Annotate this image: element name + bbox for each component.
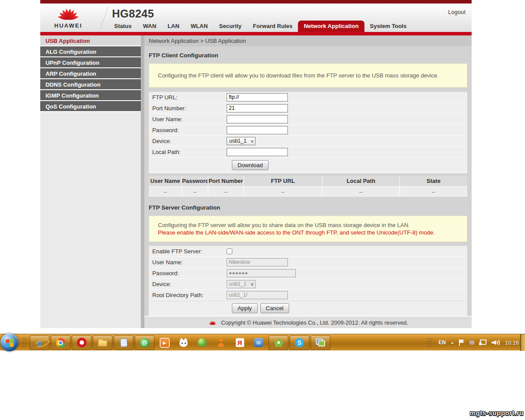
tab-lan[interactable]: LAN — [162, 21, 185, 32]
tray-grip[interactable] — [427, 337, 432, 348]
logout-link[interactable]: Logout — [448, 9, 466, 15]
sphere-icon — [198, 338, 206, 347]
skype-button[interactable]: S — [290, 336, 309, 350]
tab-forward-rules[interactable]: Forward Rules — [247, 21, 298, 32]
user-name-input[interactable] — [227, 115, 288, 123]
header-divider-line — [100, 6, 108, 29]
password-label: Password: — [149, 127, 227, 133]
cell-user-name: -- — [149, 186, 182, 197]
breadcrumb: Network Application > USB Application — [144, 35, 472, 46]
notepad-button[interactable] — [114, 336, 133, 350]
sphere-app-button[interactable] — [193, 336, 211, 350]
ftp-server-note: Configuring the FTP server will allow yo… — [149, 216, 467, 242]
network-status-icon[interactable] — [479, 340, 486, 346]
icq-button[interactable] — [269, 336, 288, 350]
red-accent-bar — [40, 32, 472, 35]
chevron-down-icon: ∨ — [249, 139, 255, 144]
play-icon: ▶ — [161, 339, 169, 347]
show-desktop-button[interactable] — [520, 334, 525, 351]
form-row-server-password: Password: — [149, 268, 467, 279]
huawei-petals-icon — [54, 5, 82, 22]
network-places-button[interactable] — [311, 336, 330, 350]
opera-icon — [77, 338, 87, 347]
at-sign-icon: @ — [140, 338, 149, 347]
form-row-device: Device: usb1_1∨ — [149, 136, 467, 147]
tab-status[interactable]: Status — [108, 21, 137, 32]
odnoklassniki-button[interactable] — [212, 336, 230, 350]
form-row-ftp-url: FTP URL: — [149, 92, 467, 103]
hidden-icons-chevron[interactable]: ▲ — [451, 341, 454, 345]
internet-explorer-button[interactable]: e — [30, 336, 49, 350]
server-device-select: usb1_1∨ — [227, 280, 256, 288]
cell-port-number: -- — [208, 186, 244, 197]
file-explorer-button[interactable] — [93, 336, 112, 350]
ftp-server-note-warning: Please enable the LAN-side/WAN-side acce… — [158, 229, 458, 236]
sidebar-item-ddns-configuration[interactable]: DDNS Configuration — [40, 79, 141, 90]
root-directory-path-input — [227, 291, 288, 299]
top-maroon-bar — [40, 0, 472, 4]
cat-app-button[interactable] — [175, 336, 192, 350]
server-user-name-label: User Name: — [149, 259, 227, 266]
sidebar-item-alg-configuration[interactable]: ALG Configuration — [40, 46, 141, 57]
sidebar-item-arp-configuration[interactable]: ARP Configuration — [40, 68, 141, 79]
sidebar-item-usb-application[interactable]: USB Application — [40, 35, 141, 46]
tab-system-tools[interactable]: System Tools — [364, 21, 413, 32]
form-row-user-name: User Name: — [149, 114, 467, 125]
ftp-url-input[interactable] — [227, 93, 288, 102]
form-row-server-device: Device: usb1_1∨ — [149, 279, 467, 290]
table-header-row: User Name Password Port Number FTP URL L… — [149, 176, 467, 186]
start-button[interactable] — [0, 333, 18, 351]
media-player-button[interactable]: ▶ — [156, 336, 173, 350]
taskbar-clock[interactable]: 10:16 — [504, 340, 519, 346]
opera-button[interactable] — [72, 336, 91, 350]
app-header: HUAWEI HG8245 Logout Status WAN LAN WLAN… — [40, 4, 472, 32]
mail-notification-icon[interactable]: ✉ — [469, 339, 475, 346]
table-row: -- -- -- -- -- -- — [149, 186, 467, 197]
apply-button[interactable]: Apply — [232, 303, 258, 313]
internet-explorer-icon: e — [37, 337, 42, 348]
sidebar-item-qos-configuration[interactable]: QoS Configuration — [40, 101, 141, 112]
cancel-button[interactable]: Cancel — [260, 303, 289, 313]
chrome-button[interactable] — [51, 336, 70, 350]
yandex-browser-button[interactable]: Я — [231, 336, 248, 350]
form-row-enable-ftp-server: Enable FTP Server: — [149, 246, 467, 257]
folder-icon — [98, 340, 107, 346]
ftp-server-section-title: FTP Server Configuration — [149, 204, 472, 211]
language-indicator[interactable]: EN — [438, 340, 446, 346]
sidebar-item-upnp-configuration[interactable]: UPnP Configuration — [40, 57, 141, 68]
huawei-footer-logo-icon — [208, 319, 217, 326]
sidebar-item-igmp-configuration[interactable]: IGMP Configuration — [40, 90, 141, 101]
mail-button[interactable]: ✉ — [250, 336, 267, 350]
taskbar-grip[interactable] — [21, 337, 27, 348]
copyright-footer: Copyright © Huawei Technologies Co., Ltd… — [144, 316, 472, 328]
cat-icon — [179, 340, 188, 347]
device-select[interactable]: usb1_1∨ — [227, 137, 256, 145]
download-button[interactable]: Download — [232, 160, 269, 170]
server-password-label: Password: — [149, 270, 227, 276]
volume-icon[interactable] — [491, 340, 500, 345]
port-number-input[interactable] — [227, 104, 288, 112]
tab-security[interactable]: Security — [214, 21, 247, 32]
yandex-icon: Я — [236, 338, 244, 347]
col-ftp-url: FTP URL — [244, 176, 322, 186]
form-row-root-directory-path: Root Directory Path: — [149, 290, 467, 301]
local-path-input[interactable] — [227, 148, 288, 156]
enable-ftp-server-checkbox[interactable] — [227, 248, 232, 254]
router-admin-window: HUAWEI HG8245 Logout Status WAN LAN WLAN… — [40, 0, 472, 328]
mail-agent-button[interactable]: @ — [135, 336, 154, 350]
device-select-value: usb1_1 — [229, 138, 246, 144]
sidebar-content-divider — [141, 35, 144, 328]
port-number-label: Port Number: — [149, 105, 227, 112]
brand-text: HUAWEI — [46, 22, 91, 29]
tab-network-application[interactable]: Network Application — [298, 21, 364, 32]
device-model-title: HG8245 — [112, 7, 154, 20]
tab-wan[interactable]: WAN — [137, 21, 162, 32]
watermark-text: mgts-support.ru — [470, 409, 524, 416]
col-user-name: User Name — [149, 176, 182, 186]
envelope-icon: ✉ — [254, 338, 263, 347]
tab-wlan[interactable]: WLAN — [185, 21, 214, 32]
col-port-number: Port Number — [208, 176, 244, 186]
action-center-flag-icon[interactable] — [459, 340, 465, 346]
skype-icon: S — [295, 338, 304, 347]
password-input[interactable] — [227, 126, 288, 134]
